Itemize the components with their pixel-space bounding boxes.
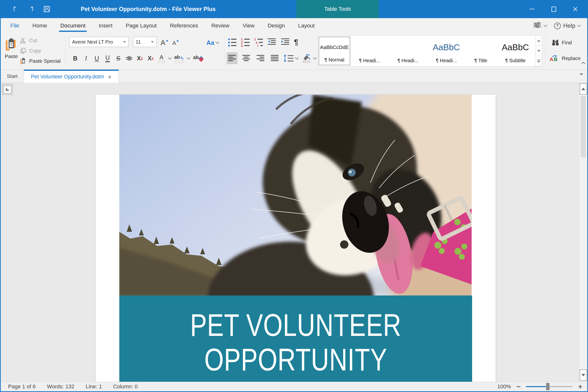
- font-name-combobox[interactable]: Avenir Next LT Pro: [69, 37, 128, 47]
- double-strikethrough-button[interactable]: S: [124, 52, 134, 64]
- zoom-in-button[interactable]: +: [578, 383, 582, 390]
- strikethrough-button[interactable]: S: [113, 52, 124, 64]
- scroll-up-button[interactable]: [580, 83, 587, 94]
- clear-formatting-button[interactable]: ab: [191, 52, 204, 64]
- eraser-diamond-icon: [199, 57, 204, 62]
- bullet-dot: [228, 42, 230, 43]
- multilevel-list-button[interactable]: 1 a i: [254, 38, 263, 47]
- style-label: ¶ Headi...: [436, 58, 457, 64]
- tab-start[interactable]: Start: [1, 70, 24, 83]
- close-button[interactable]: [564, 0, 586, 18]
- align-center-button[interactable]: [241, 52, 252, 64]
- paste-label: Paste: [5, 54, 18, 59]
- shrink-font-button[interactable]: A: [171, 39, 180, 48]
- grow-font-button[interactable]: A: [159, 38, 170, 48]
- paste-special-button[interactable]: Paste Special: [20, 57, 60, 65]
- style-heading2[interactable]: ¶ Headi...: [389, 36, 427, 66]
- minimize-button[interactable]: [521, 0, 543, 18]
- font-size-combobox[interactable]: 11: [133, 37, 156, 47]
- table-tools-tab[interactable]: Table Tools: [296, 0, 379, 18]
- document-page[interactable]: PET VOLUNTEER OPPORTUNITY: [96, 94, 496, 382]
- cut-button[interactable]: Cut: [20, 36, 37, 44]
- align-justify-button[interactable]: [269, 52, 280, 64]
- font-color-button[interactable]: A: [156, 52, 167, 64]
- zoom-out-button[interactable]: −: [516, 383, 521, 390]
- style-heading3[interactable]: AaBbC ¶ Headi...: [427, 36, 466, 66]
- menu-tab-references[interactable]: References: [163, 18, 204, 33]
- menu-tab-review[interactable]: Review: [205, 18, 236, 33]
- bold-button[interactable]: B: [70, 52, 80, 64]
- align-left-button[interactable]: [226, 52, 238, 64]
- scroll-down-button[interactable]: [580, 370, 587, 381]
- copy-button[interactable]: Copy: [20, 46, 41, 55]
- triangle-down-icon: [537, 61, 540, 63]
- tab-document[interactable]: Pet Volunteer Opportunity.dotm ×: [24, 70, 119, 83]
- titlebar: Pet Volunteer Opportunity.dotm - File Vi…: [0, 0, 588, 18]
- double-underline-button[interactable]: U: [102, 52, 113, 64]
- app-window: Pet Volunteer Opportunity.dotm - File Vi…: [0, 0, 588, 392]
- zoom-slider[interactable]: [526, 386, 572, 387]
- styles-gallery: AaBbCcDdE ¶ Normal ¶ Headi... ¶ Headi...…: [317, 35, 542, 67]
- document-area: PET VOLUNTEER OPPORTUNITY: [1, 83, 587, 382]
- numbered-list-button[interactable]: 1 2 3: [240, 38, 250, 47]
- double-underline-glyph: U: [105, 55, 110, 62]
- chevron-down-icon: [186, 56, 190, 60]
- align-right-button[interactable]: [255, 52, 266, 64]
- styles-scroll-up-button[interactable]: [535, 36, 542, 46]
- highlight-dropdown[interactable]: [186, 52, 191, 64]
- paste-special-icon: [20, 58, 27, 64]
- style-heading1[interactable]: ¶ Headi...: [350, 36, 389, 66]
- dropdown-arrow-icon: [123, 41, 126, 43]
- highlight-button[interactable]: ab ✎: [173, 52, 186, 64]
- italic-button[interactable]: I: [80, 52, 92, 64]
- menu-tab-file[interactable]: File: [4, 18, 26, 33]
- shrink-font-glyph: A: [172, 40, 176, 46]
- font-color-dropdown[interactable]: [167, 52, 173, 64]
- menu-tab-document[interactable]: Document: [54, 18, 92, 33]
- find-label: Find: [562, 40, 572, 46]
- change-case-button[interactable]: Aa: [204, 38, 221, 48]
- dog-photo: [119, 94, 472, 296]
- zoom-slider-thumb[interactable]: [546, 383, 550, 390]
- styles-more-button[interactable]: [535, 56, 542, 66]
- view-options-button[interactable]: [533, 21, 547, 30]
- question-mark-icon: ?: [554, 22, 561, 29]
- menubar: File Home Document Insert Page Layout Re…: [1, 18, 587, 33]
- increase-indent-button[interactable]: [280, 38, 290, 47]
- menu-tab-design[interactable]: Design: [261, 18, 292, 33]
- style-subtitle[interactable]: AaBbC ¶ Subtitle: [496, 36, 534, 66]
- help-button[interactable]: ? Help: [554, 22, 580, 29]
- show-formatting-button[interactable]: ¶: [294, 38, 298, 47]
- paste-button[interactable]: Paste: [4, 35, 19, 68]
- menu-tab-page-layout[interactable]: Page Layout: [119, 18, 163, 33]
- style-label: ¶ Headi...: [398, 58, 418, 64]
- menu-tab-insert[interactable]: Insert: [92, 18, 119, 33]
- tab-close-icon[interactable]: ×: [108, 74, 112, 80]
- bullet-list-button[interactable]: [228, 38, 236, 47]
- line-spacing-button[interactable]: [284, 54, 298, 62]
- find-button[interactable]: Find: [552, 38, 572, 47]
- style-normal[interactable]: AaBbCcDdE ¶ Normal: [318, 36, 350, 66]
- more-dash: [537, 60, 540, 60]
- chevron-down-icon: [577, 23, 581, 27]
- bold-glyph: B: [73, 55, 78, 62]
- maximize-button[interactable]: [543, 0, 564, 18]
- vertical-scrollbar[interactable]: [579, 83, 587, 382]
- underline-button[interactable]: U: [92, 52, 102, 64]
- superscript-button[interactable]: X2: [134, 52, 145, 64]
- menu-tab-view[interactable]: View: [236, 18, 261, 33]
- styles-scroll-down-button[interactable]: [535, 46, 542, 56]
- scrollbar-thumb[interactable]: [581, 96, 586, 157]
- decrease-indent-button[interactable]: [267, 38, 276, 47]
- subscript-button[interactable]: X2: [145, 52, 156, 64]
- tab-list-dropdown[interactable]: [580, 75, 583, 80]
- collapse-ribbon-button[interactable]: [582, 62, 585, 66]
- style-title[interactable]: ¶ Title: [466, 36, 496, 66]
- chevron-down-icon: [313, 56, 317, 60]
- replace-button[interactable]: A B Replace: [550, 54, 581, 63]
- tab-stop-selector[interactable]: [2, 84, 13, 95]
- shading-button[interactable]: [302, 54, 316, 63]
- menu-tab-layout[interactable]: Layout: [292, 18, 322, 33]
- tab-document-label: Pet Volunteer Opportunity.dotm: [31, 74, 104, 80]
- menu-tab-home[interactable]: Home: [26, 18, 54, 33]
